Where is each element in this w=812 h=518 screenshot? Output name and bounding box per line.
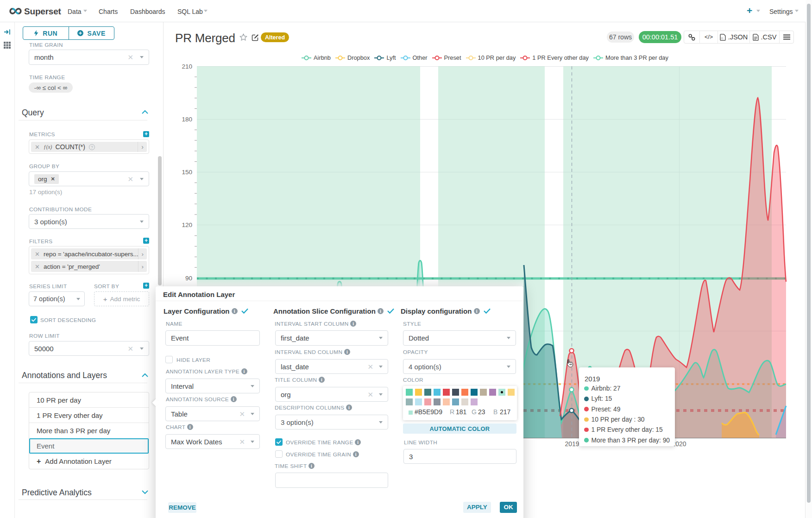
svg-text:210: 210 xyxy=(182,63,192,70)
svg-text:150: 150 xyxy=(182,169,192,176)
svg-text:180: 180 xyxy=(182,116,192,123)
svg-text:120: 120 xyxy=(182,221,192,228)
svg-text:2019: 2019 xyxy=(565,440,579,448)
svg-text:90: 90 xyxy=(185,275,192,282)
